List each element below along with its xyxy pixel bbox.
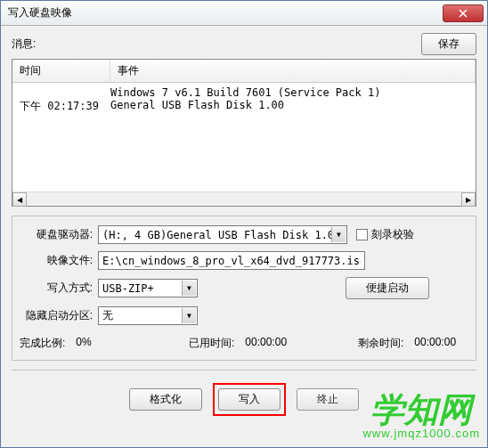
verify-label: 刻录校验 <box>371 227 414 242</box>
log-panel: 时间 事件 Windows 7 v6.1 Build 7601 (Service… <box>12 59 476 207</box>
content-area: 消息: 保存 时间 事件 Windows 7 v6.1 Build 7601 (… <box>1 26 487 434</box>
drive-label: 硬盘驱动器: <box>20 227 98 242</box>
abort-button[interactable]: 终止 <box>297 388 359 411</box>
close-button[interactable] <box>443 4 484 22</box>
log-time: 下午 02:17:39 <box>20 99 110 114</box>
log-time <box>20 86 110 99</box>
window-title: 写入硬盘映像 <box>8 5 443 20</box>
progress-value: 0% <box>76 336 91 351</box>
scroll-track[interactable] <box>27 192 461 206</box>
verify-checkbox[interactable] <box>356 229 368 240</box>
hidden-value: 无 <box>102 308 113 323</box>
format-button[interactable]: 格式化 <box>129 388 202 411</box>
progress-label: 完成比例: <box>20 336 65 351</box>
log-col-event[interactable]: 事件 <box>110 60 476 82</box>
remaining-label: 剩余时间: <box>358 336 403 351</box>
close-icon <box>459 9 468 18</box>
messages-label: 消息: <box>12 37 421 52</box>
scroll-right-icon[interactable]: ▶ <box>461 192 476 207</box>
chevron-down-icon: ▼ <box>182 308 196 323</box>
status-row: 完成比例: 0% 已用时间: 00:00:00 剩余时间: 00:00:00 <box>20 336 468 351</box>
log-event: Windows 7 v6.1 Build 7601 (Service Pack … <box>110 86 468 99</box>
method-label: 写入方式: <box>20 281 98 296</box>
log-row: Windows 7 v6.1 Build 7601 (Service Pack … <box>20 86 468 99</box>
scroll-left-icon[interactable]: ◀ <box>12 192 27 207</box>
write-button[interactable]: 写入 <box>218 388 281 411</box>
elapsed-value: 00:00:00 <box>245 336 287 351</box>
log-header: 时间 事件 <box>12 60 476 83</box>
log-row: 下午 02:17:39 General USB Flash Disk 1.00 <box>20 99 468 114</box>
titlebar: 写入硬盘映像 <box>1 1 487 26</box>
elapsed-label: 已用时间: <box>189 336 234 351</box>
highlight-box: 写入 <box>213 383 286 416</box>
hidden-partition-select[interactable]: 无 ▼ <box>98 306 198 325</box>
fastboot-button[interactable]: 便捷启动 <box>346 277 429 299</box>
image-file-input[interactable] <box>98 251 365 270</box>
log-event: General USB Flash Disk 1.00 <box>110 99 468 114</box>
drive-select[interactable]: (H:, 4 GB)General USB Flash Disk 1.00 ▼ <box>98 225 347 244</box>
chevron-down-icon: ▼ <box>331 227 346 242</box>
hidden-label: 隐藏启动分区: <box>20 308 98 323</box>
log-col-time[interactable]: 时间 <box>12 60 110 82</box>
remaining-value: 00:00:00 <box>414 336 456 351</box>
method-value: USB-ZIP+ <box>102 282 154 295</box>
image-label: 映像文件: <box>20 253 98 268</box>
horizontal-scrollbar[interactable]: ◀ ▶ <box>12 191 476 206</box>
save-button[interactable]: 保存 <box>421 33 476 55</box>
chevron-down-icon: ▼ <box>182 281 196 296</box>
bottom-buttons: 格式化 写入 终止 <box>12 371 476 427</box>
log-body: Windows 7 v6.1 Build 7601 (Service Pack … <box>12 83 476 118</box>
dialog-window: 写入硬盘映像 消息: 保存 时间 事件 Windows 7 v6.1 Build… <box>0 0 488 448</box>
verify-checkbox-wrap[interactable]: 刻录校验 <box>356 227 414 242</box>
form-area: 硬盘驱动器: (H:, 4 GB)General USB Flash Disk … <box>12 216 476 361</box>
drive-value: (H:, 4 GB)General USB Flash Disk 1.00 <box>102 229 340 241</box>
write-method-select[interactable]: USB-ZIP+ ▼ <box>98 279 198 297</box>
